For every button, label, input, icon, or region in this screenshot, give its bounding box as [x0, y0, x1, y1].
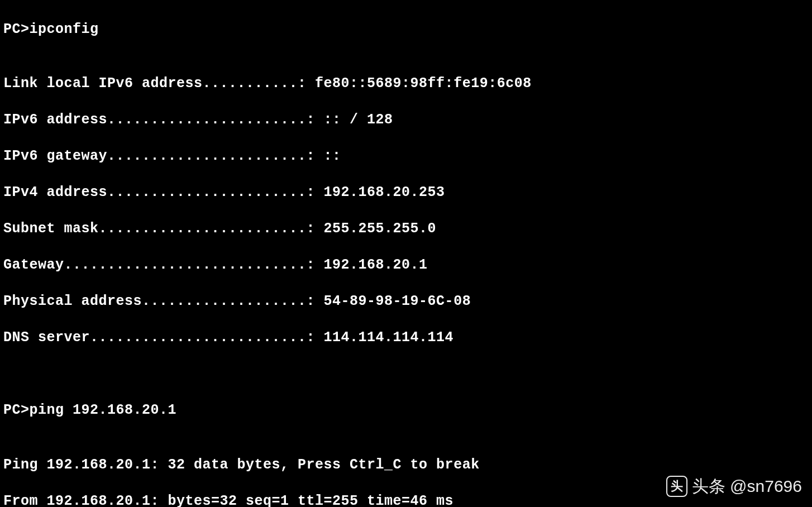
ipconfig-subnet-mask: Subnet mask........................: 255… [3, 220, 809, 238]
ipconfig-ipv4-address: IPv4 address.......................: 192… [3, 184, 809, 202]
terminal-output: PC>ipconfig Link local IPv6 address.....… [3, 2, 809, 507]
watermark: 头 头条 @sn7696 [666, 475, 802, 497]
ipconfig-gateway: Gateway............................: 192… [3, 256, 809, 275]
ipconfig-physical-address: Physical address...................: 54-… [3, 293, 809, 311]
command-prompt[interactable]: PC>ping 192.168.20.1 [3, 401, 809, 420]
ipconfig-ipv6-gateway: IPv6 gateway.......................: :: [3, 147, 809, 166]
ping-header: Ping 192.168.20.1: 32 data bytes, Press … [3, 456, 809, 475]
ipconfig-dns-server: DNS server.........................: 114… [3, 329, 809, 347]
ipconfig-link-local-ipv6: Link local IPv6 address...........: fe80… [3, 75, 809, 93]
watermark-label: 头条 @sn7696 [692, 475, 802, 497]
watermark-logo-icon: 头 [666, 476, 687, 497]
command-prompt[interactable]: PC>ipconfig [3, 21, 809, 39]
ipconfig-ipv6-address: IPv6 address.......................: :: … [3, 111, 809, 130]
